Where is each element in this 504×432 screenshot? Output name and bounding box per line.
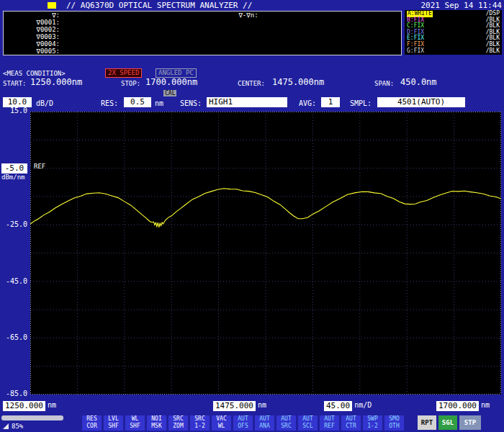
softkey-swp-1-2[interactable]: SWP1-2 [363, 415, 382, 431]
x-center-unit: nm [258, 401, 266, 409]
softkey-src-1-2[interactable]: SRC1-2 [190, 415, 210, 431]
res-label: RES: [101, 99, 118, 107]
softkey-label: AUT [276, 415, 296, 423]
smpl-label: SMPL: [350, 99, 372, 107]
softkey-wl-shf[interactable]: WLSHF [125, 415, 145, 431]
softkey-aut-src[interactable]: AUTSRC [276, 415, 296, 431]
marker-delta-header: ∇-∇n: [220, 12, 277, 19]
softkey-label: SCL [298, 423, 318, 430]
res-value-box: 0.5 [124, 97, 151, 107]
x-stop-box: 1700.000 [436, 401, 479, 411]
toolbar-scrollbar[interactable] [1, 415, 63, 420]
x-per-div-box: 45.00 [324, 401, 352, 411]
softkey-label: AUT [341, 415, 361, 423]
softkey-label: CTR [341, 423, 361, 430]
softkey-label: AUT [255, 415, 274, 423]
softkey-label: AUT [233, 415, 253, 423]
softkey-aut-ofs[interactable]: AUTOFS [233, 415, 253, 431]
softkey-aut-ctr[interactable]: AUTCTR [341, 415, 361, 431]
avg-value-box: 1 [321, 97, 340, 107]
softkey-label: SHF [125, 423, 145, 430]
stop-sweep-button[interactable]: STP [459, 415, 481, 430]
osa-screen: // AQ6370D OPTICAL SPECTRUM ANALYZER // … [0, 0, 504, 432]
marker-panel: ∇: ∇0001: ∇0002: ∇0003: ∇0004: ∇0005: ∇-… [3, 11, 402, 55]
status-indicator-icon [48, 2, 56, 9]
y-label-top: 15.0 [10, 107, 27, 114]
softkey-label: SRC [276, 423, 296, 430]
y-label: -65.0 [6, 333, 27, 341]
sweep-settings-row: 10.0 dB/D RES: 0.5 nm SENS: HIGH1 AVG: 1… [0, 97, 504, 108]
y-axis-labels: 15.0 -5.0 dBm/nm -25.0 -45.0 -65.0 -85.0 [0, 0, 30, 432]
trace-g-label: G:FIX [407, 48, 424, 55]
title-bar: // AQ6370D OPTICAL SPECTRUM ANALYZER // … [0, 0, 504, 11]
softkey-label: 1-2 [190, 423, 210, 430]
softkey-label: COR [82, 423, 102, 430]
softkey-label: OFS [233, 423, 253, 430]
softkey-label: WL [125, 415, 145, 423]
x-start-box: 1250.000 [3, 401, 45, 411]
cal-badge: CAL [163, 90, 176, 96]
softkey-label: ZOM [168, 423, 188, 430]
y-label: -45.0 [6, 277, 27, 285]
center-label: CENTER: [238, 80, 265, 87]
zoom-triangle-icon [3, 423, 9, 429]
softkey-smo-oth[interactable]: SMOOTH [384, 415, 404, 431]
softkey-lvl-shf[interactable]: LVLSHF [104, 415, 123, 431]
softkey-label: ANA [255, 423, 274, 430]
softkey-label: OTH [384, 423, 404, 430]
softkey-label: AUT [320, 415, 339, 423]
repeat-sweep-button[interactable]: RPT [418, 415, 436, 430]
softkey-label: VAC [212, 415, 231, 423]
softkey-noi-msk[interactable]: NOIMSK [147, 415, 166, 431]
y-label: -25.0 [6, 220, 27, 228]
y-label: -85.0 [6, 390, 27, 397]
softkey-label: LVL [104, 415, 123, 423]
center-value: 1475.000nm [272, 77, 324, 87]
x-stop-unit: nm [481, 401, 490, 409]
zoom-indicator: 85% [3, 423, 23, 430]
start-value: 1250.000nm [30, 77, 82, 87]
sens-label: SENS: [180, 99, 202, 107]
softkey-label: AUT [298, 415, 318, 423]
softkey-label: SMO [384, 415, 404, 423]
softkey-label: 1-2 [363, 423, 382, 430]
softkey-label: REF [320, 423, 339, 430]
ref-value-box: -5.0 [1, 163, 27, 174]
trace-status-table: A:WRITE /DSP B:FIX /BLK C:FIX /BLK D:FIX… [405, 10, 502, 55]
softkey-label: WL [212, 423, 231, 430]
softkey-label: MSK [147, 423, 166, 430]
softkey-res-cor[interactable]: RESCOR [82, 415, 102, 431]
datetime-display: 2021 Sep 14 11:44 [420, 1, 502, 10]
zoom-percent: 85% [12, 423, 23, 430]
trace-row-g: G:FIX /BLK [407, 48, 500, 55]
ref-label: REF [34, 163, 45, 170]
softkey-label: SRC [190, 415, 210, 423]
trace-chart [30, 112, 501, 395]
x-per-div-unit: nm/D [354, 401, 372, 409]
softkey-label: RES [82, 415, 102, 423]
smpl-value-box: 4501(AUTO) [377, 97, 465, 107]
avg-label: AVG: [299, 99, 316, 107]
app-title: // AQ6370D OPTICAL SPECTRUM ANALYZER // [66, 1, 252, 10]
softkey-aut-ref[interactable]: AUTREF [320, 415, 339, 431]
speed-badge: 2X SPEED [105, 68, 142, 78]
softkey-label: SHF [104, 423, 123, 430]
span-label: SPAN: [374, 80, 394, 87]
x-center-box: 1475.000 [213, 401, 256, 411]
trace-g-status: /BLK [486, 48, 500, 55]
scale-unit: dB/D [36, 99, 53, 107]
softkey-src-zom[interactable]: SRCZOM [168, 415, 188, 431]
res-unit: nm [155, 99, 163, 107]
softkey-vac-wl[interactable]: VACWL [212, 415, 231, 431]
softkey-aut-scl[interactable]: AUTSCL [298, 415, 318, 431]
sens-value-box: HIGH1 [207, 97, 287, 107]
softkey-aut-ana[interactable]: AUTANA [255, 415, 274, 431]
softkey-bar: RESCOR LVLSHF WLSHF NOIMSK SRCZOM SRC1-2… [82, 415, 404, 431]
y-axis-unit: dBm/nm [1, 174, 25, 181]
single-sweep-button[interactable]: SGL [438, 415, 457, 430]
stop-value: 1700.000nm [145, 77, 197, 87]
stop-label: STOP: [121, 80, 140, 87]
x-start-unit: nm [48, 401, 56, 409]
spectrum-plot: REF [30, 112, 501, 395]
softkey-label: SWP [363, 415, 382, 423]
